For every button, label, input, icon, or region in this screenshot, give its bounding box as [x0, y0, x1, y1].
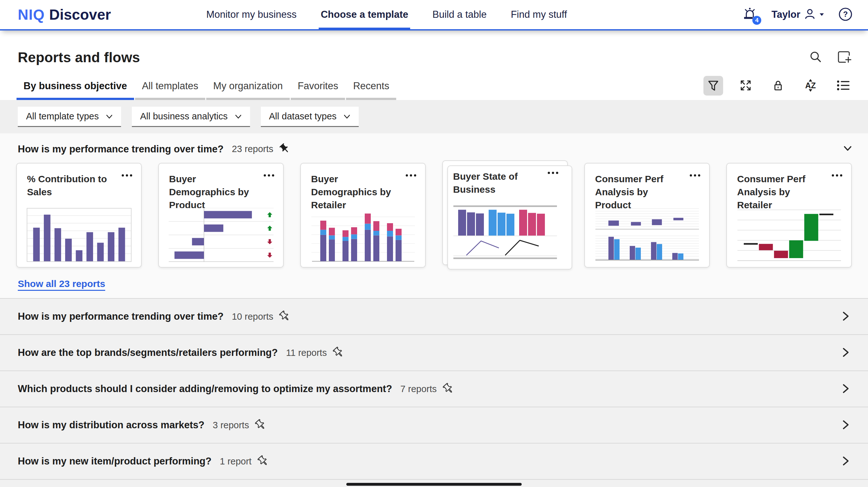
sort-az-button[interactable]: AZ — [801, 76, 820, 96]
report-card-buyer-state-of-business[interactable]: Buyer State of Business — [442, 160, 568, 265]
niq-discover-logo[interactable]: NIQ Discover — [18, 6, 111, 23]
chevron-down-icon — [343, 111, 350, 122]
dataset-types-dropdown[interactable]: All dataset types — [261, 107, 359, 127]
pin-filled-icon — [279, 143, 290, 155]
card-title: Buyer Demographics by Product — [159, 163, 283, 212]
page-title: Reports and flows — [18, 50, 140, 65]
sort-az-icon: AZ — [803, 78, 818, 94]
report-card-consumer-perf-analysis-by-retailer[interactable]: Consumer Perf Analysis by Retailer — [726, 163, 852, 268]
row-report-count: 11 reports — [286, 348, 327, 358]
accordion-row-distribution-across-markets[interactable]: How is my distribution across markets? 3… — [0, 407, 868, 443]
header-actions: 4 Taylor ? — [742, 6, 853, 23]
business-analytics-dropdown[interactable]: All business analytics — [132, 107, 250, 127]
open-row-button[interactable] — [839, 419, 851, 432]
report-cards-row: % Contribution to Sales Buyer Demographi… — [0, 163, 868, 268]
card-chart-thumbnail — [169, 208, 274, 262]
card-chart-thumbnail — [595, 208, 700, 262]
card-menu-button[interactable] — [690, 174, 700, 176]
pin-section-button[interactable] — [279, 143, 290, 155]
create-new-report-button[interactable] — [836, 49, 851, 65]
report-card-buyer-demographics-by-product[interactable]: Buyer Demographics by Product — [158, 163, 284, 268]
dropdown-label: All dataset types — [269, 111, 337, 122]
search-button[interactable] — [808, 50, 823, 65]
chevron-right-icon — [839, 455, 851, 468]
accordion-row-new-item-performing[interactable]: How is my new item/product performing? 1… — [0, 443, 868, 479]
nav-build-a-table[interactable]: Build a table — [432, 0, 487, 29]
card-chart-thumbnail — [311, 208, 415, 262]
logo-product: Discover — [49, 6, 111, 23]
collapse-section-button[interactable] — [841, 142, 854, 156]
dropdown-label: All template types — [26, 111, 99, 122]
show-all-reports-link[interactable]: Show all 23 reports — [18, 279, 105, 289]
notifications-button[interactable]: 4 — [742, 6, 757, 23]
card-menu-button[interactable] — [122, 174, 132, 176]
lock-icon — [771, 78, 785, 93]
card-chart-thumbnail — [737, 208, 842, 262]
question-circle-icon: ? — [838, 7, 853, 23]
nav-choose-a-template[interactable]: Choose a template — [320, 0, 408, 29]
open-row-button[interactable] — [839, 455, 851, 468]
chevron-right-icon — [839, 419, 851, 432]
accordion-row-top-brands-performing[interactable]: How are the top brands/segments/retailer… — [0, 334, 868, 370]
chevron-right-icon — [839, 383, 851, 396]
open-row-button[interactable] — [839, 383, 851, 396]
accordion-row-optimize-assortment[interactable]: Which products should I consider adding/… — [0, 370, 868, 407]
chevron-down-icon — [841, 142, 854, 156]
tab-all-templates[interactable]: All templates — [135, 80, 205, 100]
pin-row-button[interactable] — [255, 419, 266, 431]
section-report-count: 23 reports — [232, 144, 274, 154]
chevron-down-icon — [106, 111, 113, 122]
user-menu-button[interactable]: Taylor — [771, 8, 824, 22]
notification-badge: 4 — [752, 16, 761, 25]
report-card-buyer-demographics-by-retailer[interactable]: Buyer Demographics by Retailer — [300, 163, 426, 268]
pin-outline-icon — [442, 383, 454, 395]
expand-all-button[interactable] — [736, 76, 755, 96]
report-card-contribution-to-sales[interactable]: % Contribution to Sales — [16, 163, 142, 268]
row-question: Which products should I consider adding/… — [18, 383, 392, 395]
home-indicator — [346, 483, 522, 486]
card-title: Consumer Perf Analysis by Retailer — [727, 163, 851, 212]
pin-outline-icon — [333, 347, 344, 359]
pin-outline-icon — [279, 311, 290, 323]
tab-my-organization[interactable]: My organization — [206, 80, 290, 100]
card-chart-thumbnail — [453, 205, 558, 259]
report-card-consumer-perf-analysis-by-product[interactable]: Consumer Perf Analysis by Product — [584, 163, 710, 268]
pin-row-button[interactable] — [333, 347, 344, 359]
card-title: Consumer Perf Analysis by Product — [585, 163, 709, 212]
tab-by-business-objective[interactable]: By business objective — [17, 80, 134, 100]
list-view-button[interactable] — [833, 76, 853, 96]
nav-monitor-my-business[interactable]: Monitor my business — [206, 0, 297, 29]
row-question: How is my new item/product performing? — [18, 456, 212, 467]
page-header-actions — [808, 49, 851, 65]
tab-recents[interactable]: Recents — [346, 80, 396, 100]
row-report-count: 10 reports — [232, 312, 274, 322]
filter-toggle-button[interactable] — [704, 76, 723, 96]
help-button[interactable]: ? — [838, 7, 853, 23]
card-menu-button[interactable] — [264, 174, 274, 176]
template-types-dropdown[interactable]: All template types — [18, 107, 121, 127]
card-title: Buyer Demographics by Retailer — [301, 163, 425, 212]
card-menu-button[interactable] — [832, 174, 842, 176]
card-menu-button[interactable] — [406, 174, 416, 176]
chevron-right-icon — [839, 310, 851, 323]
top-nav-bar: NIQ Discover Monitor my business Choose … — [0, 0, 868, 30]
filter-band: All template types All business analytic… — [0, 100, 868, 133]
card-menu-button[interactable] — [548, 172, 558, 174]
objective-accordion: How is my performance trending over time… — [0, 298, 868, 487]
card-chart-thumbnail — [27, 208, 131, 262]
row-question: How are the top brands/segments/retailer… — [18, 347, 278, 358]
nav-find-my-stuff[interactable]: Find my stuff — [511, 0, 567, 29]
tab-favorites[interactable]: Favorites — [291, 80, 345, 100]
lock-button[interactable] — [768, 76, 788, 96]
pin-row-button[interactable] — [257, 455, 269, 467]
pin-row-button[interactable] — [279, 311, 290, 323]
pin-row-button[interactable] — [442, 383, 454, 395]
accordion-row-performance-trending[interactable]: How is my performance trending over time… — [0, 298, 868, 334]
primary-nav: Monitor my business Choose a template Bu… — [206, 0, 567, 29]
open-row-button[interactable] — [839, 310, 851, 323]
row-question: How is my distribution across markets? — [18, 419, 204, 431]
open-row-button[interactable] — [839, 346, 851, 359]
pin-outline-icon — [255, 419, 266, 431]
user-name: Taylor — [771, 9, 800, 20]
row-report-count: 1 report — [220, 456, 252, 467]
